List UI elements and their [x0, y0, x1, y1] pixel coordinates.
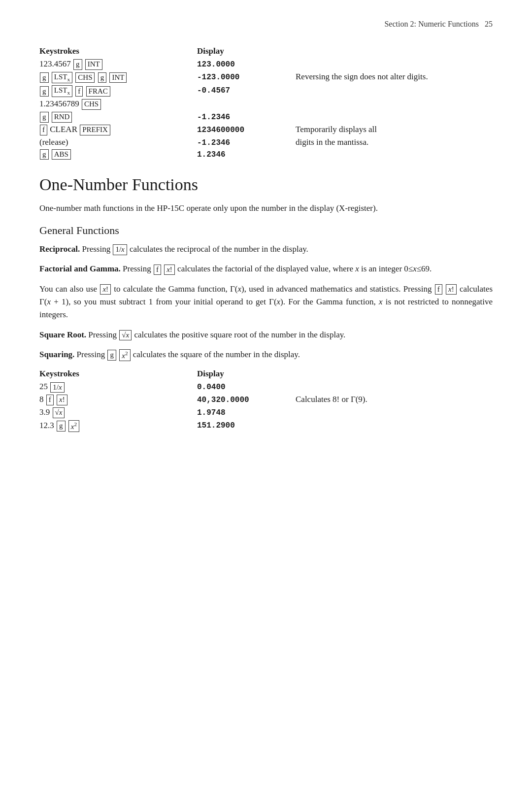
sqrt-term: Square Root.: [39, 330, 86, 339]
display-cell: -123.0000: [197, 71, 296, 85]
notes-cell: digits in the mantissa.: [296, 136, 493, 148]
display-cell: -1.2346: [197, 136, 296, 148]
key-g5: g: [40, 149, 49, 160]
notes-cell: [296, 58, 493, 71]
table-row: 8 f x! 40,320.0000 Calculates 8! or Γ(9)…: [39, 394, 493, 406]
keystrokes-cell: 12.3 g x2: [39, 419, 197, 433]
key-LSTx2: LSTx: [52, 85, 72, 97]
display-cell: 0.0400: [197, 381, 296, 394]
keystrokes-cell: f CLEAR PREFIX: [39, 124, 197, 136]
key-factorial4: x!: [57, 395, 67, 405]
keystrokes-cell: (release): [39, 136, 197, 148]
col-header-keys-1: Keystrokes: [39, 46, 197, 58]
table-row: 12.3 g x2 151.2900: [39, 419, 493, 433]
notes-cell: [296, 84, 493, 98]
key-g2: g: [98, 72, 107, 83]
notes-cell: [296, 98, 493, 111]
page-header: Section 2: Numeric Functions 25: [39, 20, 493, 29]
key-factorial2: x!: [100, 284, 111, 295]
display-cell: -0.4567: [197, 84, 296, 98]
squaring-paragraph: Squaring. Pressing g x2 calculates the s…: [39, 348, 493, 361]
key-sqrt2: √x: [53, 407, 65, 418]
key-factorial: x!: [164, 265, 175, 275]
col-header-notes-1: [296, 46, 493, 58]
key-FRAC: FRAC: [86, 86, 110, 97]
sqrt-paragraph: Square Root. Pressing √x calculates the …: [39, 329, 493, 341]
notes-cell: Temporarily displays all: [296, 124, 493, 136]
keystrokes-cell: g LSTx f FRAC: [39, 84, 197, 98]
keystrokes-table-2: Keystrokes Display 25 1/x 0.0400 8 f x! …: [39, 369, 493, 433]
key-CHS: CHS: [75, 72, 95, 83]
page-number: 25: [485, 20, 493, 28]
notes-cell: Reversing the sign does not alter digits…: [296, 71, 493, 85]
keystrokes-cell: g RND: [39, 111, 197, 124]
display-cell: 1.2346: [197, 148, 296, 161]
key-LSTx: LSTx: [52, 72, 72, 84]
notes-cell: [296, 111, 493, 124]
key-x2b: x2: [68, 420, 79, 432]
col-header-display-2: Display: [197, 369, 296, 381]
table-row: g LSTx CHS g INT -123.0000 Reversing the…: [39, 71, 493, 85]
keystrokes-cell: 8 f x!: [39, 394, 197, 406]
one-number-section: One-Number Functions One-number math fun…: [39, 175, 493, 361]
keystrokes-table-1: Keystrokes Display 123.4567 g INT 123.00…: [39, 46, 493, 161]
reciprocal-paragraph: Reciprocal. Pressing 1/x calculates the …: [39, 243, 493, 256]
key-f3: f: [154, 265, 161, 275]
key-f2: f: [40, 125, 47, 135]
display-cell: 1234600000: [197, 124, 296, 136]
one-number-intro: One-number math functions in the HP-15C …: [39, 202, 493, 215]
key-g6: g: [107, 350, 116, 361]
key-CHS2: CHS: [82, 99, 101, 110]
table-row: 25 1/x 0.0400: [39, 381, 493, 394]
keystrokes-cell: 3.9 √x: [39, 406, 197, 419]
key-recip2: 1/x: [50, 382, 64, 393]
keystrokes-cell: g LSTx CHS g INT: [39, 71, 197, 85]
keystrokes-cell: g ABS: [39, 148, 197, 161]
notes-cell: Calculates 8! or Γ(9).: [296, 394, 493, 406]
key-PREFIX: PREFIX: [80, 125, 110, 135]
squaring-term: Squaring.: [39, 350, 74, 359]
col-header-display-1: Display: [197, 46, 296, 58]
key-ABS: ABS: [52, 149, 71, 160]
notes-cell: [296, 148, 493, 161]
table-row: 123.4567 g INT 123.0000: [39, 58, 493, 71]
table-row: 3.9 √x 1.9748: [39, 406, 493, 419]
table-row: g LSTx f FRAC -0.4567: [39, 84, 493, 98]
key-f5: f: [46, 395, 54, 405]
key-g: g: [73, 59, 82, 70]
keystrokes-cell: 123.4567 g INT: [39, 58, 197, 71]
key-g7: g: [57, 421, 66, 432]
table-row: (release) -1.2346 digits in the mantissa…: [39, 136, 493, 148]
key-g4: g: [40, 112, 49, 123]
keystrokes-cell: 25 1/x: [39, 381, 197, 394]
section-label: Section 2: Numeric Functions: [384, 20, 479, 28]
key-INT: INT: [85, 59, 102, 70]
gamma-paragraph: You can also use x! to calculate the Gam…: [39, 283, 493, 322]
one-number-title: One-Number Functions: [39, 175, 493, 194]
notes-cell: [296, 381, 493, 394]
notes-cell: [296, 419, 493, 433]
display-cell: 1.9748: [197, 406, 296, 419]
col-header-notes-2: [296, 369, 493, 381]
key-RND: RND: [52, 112, 72, 123]
key-g: g: [40, 72, 49, 83]
keystrokes-cell: 1.23456789 CHS: [39, 98, 197, 111]
display-cell: 40,320.0000: [197, 394, 296, 406]
key-f4: f: [435, 284, 442, 295]
key-x2: x2: [119, 349, 130, 362]
table-row: 1.23456789 CHS: [39, 98, 493, 111]
key-reciprocal: 1/x: [113, 244, 127, 255]
table-row: f CLEAR PREFIX 1234600000 Temporarily di…: [39, 124, 493, 136]
col-header-keys-2: Keystrokes: [39, 369, 197, 381]
display-cell: -1.2346: [197, 111, 296, 124]
key-g3: g: [40, 86, 49, 97]
display-cell: 123.0000: [197, 58, 296, 71]
table-row: g ABS 1.2346: [39, 148, 493, 161]
notes-cell: [296, 406, 493, 419]
factorial-paragraph: Factorial and Gamma. Pressing f x! calcu…: [39, 263, 493, 275]
key-sqrt: √x: [119, 330, 132, 341]
reciprocal-term: Reciprocal.: [39, 244, 80, 254]
table-row: g RND -1.2346: [39, 111, 493, 124]
factorial-term: Factorial and Gamma.: [39, 264, 121, 273]
key-factorial3: x!: [446, 284, 457, 295]
